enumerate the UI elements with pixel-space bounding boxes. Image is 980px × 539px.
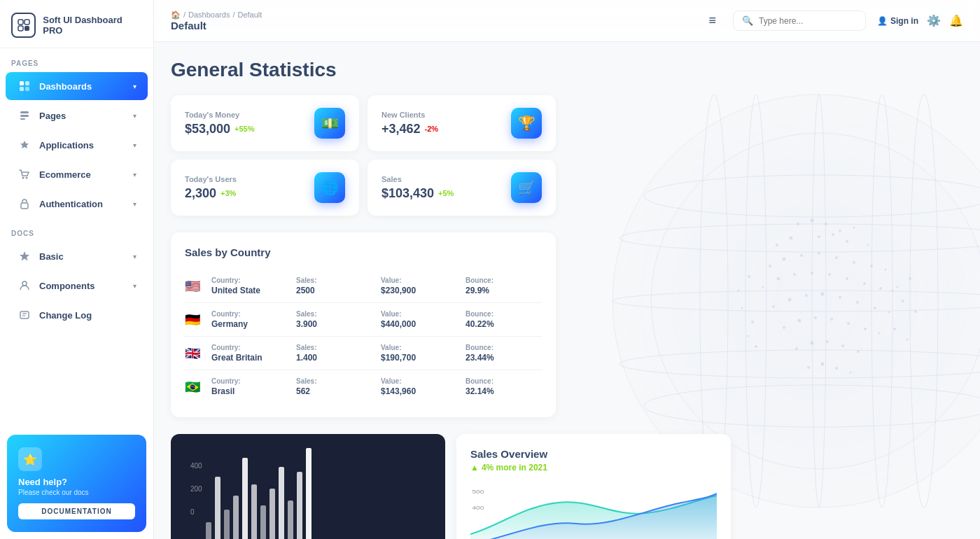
stat-money-value: $53,000 +55% bbox=[185, 122, 255, 136]
sales-col-us: Sales: 2500 bbox=[296, 276, 372, 295]
sidebar-item-applications[interactable]: Applications ▾ bbox=[6, 131, 148, 159]
stat-sales-value: $103,430 +5% bbox=[382, 186, 454, 201]
bar-1 bbox=[206, 522, 211, 539]
flag-us: 🇺🇸 bbox=[185, 280, 203, 293]
svg-rect-15 bbox=[20, 312, 29, 318]
sidebar-item-changelog-label: Change Log bbox=[39, 310, 136, 321]
sidebar-logo: Soft UI Dashboard PRO bbox=[0, 0, 153, 48]
sidebar-item-authentication-label: Authentication bbox=[39, 199, 126, 209]
sidebar-item-basic[interactable]: Basic ▾ bbox=[6, 242, 148, 270]
stat-sales-label: Sales bbox=[382, 175, 454, 183]
sidebar-item-components-chevron: ▾ bbox=[133, 282, 136, 290]
flag-de: 🇩🇪 bbox=[185, 314, 203, 326]
help-star-icon: ⭐ bbox=[18, 447, 42, 471]
bar-5 bbox=[242, 458, 248, 539]
breadcrumb: 🏠 / Dashboards / Default Default bbox=[171, 10, 692, 31]
svg-rect-6 bbox=[20, 87, 24, 91]
stat-money-badge: +55% bbox=[234, 125, 254, 133]
stats-grid: Today's Money $53,000 +55% 💵 New Clients… bbox=[171, 95, 556, 216]
breadcrumb-dashboards[interactable]: Dashboards bbox=[188, 10, 230, 19]
sidebar-item-pages[interactable]: Pages ▾ bbox=[6, 102, 148, 130]
svg-text:400: 400 bbox=[472, 505, 484, 511]
svg-rect-13 bbox=[21, 203, 28, 209]
bounce-col-gb: Bounce: 23.44% bbox=[465, 344, 542, 363]
bar-chart-card: 400 200 0 bbox=[171, 434, 445, 539]
stat-clients-icon: 🏆 bbox=[511, 108, 542, 139]
svg-rect-2 bbox=[18, 26, 23, 31]
sales-country-title: Sales by Country bbox=[185, 246, 542, 258]
sidebar-item-applications-label: Applications bbox=[39, 140, 126, 150]
sales-col-de: Sales: 3.900 bbox=[296, 310, 372, 329]
value-col-de: Value: $440,000 bbox=[381, 310, 457, 329]
signin-button[interactable]: 👤 Sign in bbox=[877, 16, 918, 26]
sidebar-item-authentication-chevron: ▾ bbox=[133, 200, 136, 208]
sidebar-item-applications-chevron: ▾ bbox=[133, 141, 136, 149]
header-actions: 👤 Sign in ⚙️ 🔔 bbox=[877, 14, 963, 27]
bar-2 bbox=[215, 477, 220, 539]
table-row: 🇬🇧 Country: Great Britain Sales: 1.400 V… bbox=[185, 337, 542, 370]
stat-users-label: Today's Users bbox=[185, 175, 237, 183]
home-icon[interactable]: 🏠 bbox=[171, 10, 181, 20]
header: 🏠 / Dashboards / Default Default ≡ 🔍 👤 S… bbox=[154, 0, 980, 42]
country-col-br: Country: Brasil bbox=[211, 377, 288, 396]
stat-clients-info: New Clients +3,462 -2% bbox=[382, 111, 438, 136]
stat-money-label: Today's Money bbox=[185, 111, 255, 119]
stat-clients-label: New Clients bbox=[382, 111, 438, 119]
sales-by-country: Sales by Country 🇺🇸 Country: United Stat… bbox=[171, 232, 556, 417]
flag-gb: 🇬🇧 bbox=[185, 347, 203, 360]
page-current-title: Default bbox=[171, 20, 692, 31]
bar-10 bbox=[288, 500, 293, 539]
sales-overview-card: Sales Overview ▲ 4% more in 2021 bbox=[456, 434, 731, 539]
sidebar-item-components[interactable]: Components ▾ bbox=[6, 272, 148, 300]
table-row: 🇩🇪 Country: Germany Sales: 3.900 Value: … bbox=[185, 303, 542, 337]
breadcrumb-sep1: / bbox=[183, 10, 186, 19]
svg-point-14 bbox=[22, 281, 27, 286]
svg-rect-0 bbox=[18, 20, 23, 24]
svg-rect-10 bbox=[20, 118, 25, 120]
help-title: Need help? bbox=[18, 477, 135, 487]
sidebar-item-components-label: Components bbox=[39, 281, 126, 291]
sidebar-item-changelog[interactable]: Change Log bbox=[6, 301, 148, 329]
svg-rect-8 bbox=[20, 111, 29, 113]
stat-users-info: Today's Users 2,300 +3% bbox=[185, 175, 237, 201]
sales-col-br: Sales: 562 bbox=[296, 377, 372, 396]
changelog-icon bbox=[17, 307, 32, 323]
ecommerce-icon bbox=[17, 167, 32, 182]
sidebar-item-ecommerce-label: Ecommerce bbox=[39, 169, 126, 180]
chart-y-labels: 400 200 0 bbox=[190, 462, 202, 516]
signin-label: Sign in bbox=[890, 16, 918, 26]
value-col-us: Value: $230,900 bbox=[381, 276, 457, 295]
svg-rect-5 bbox=[25, 81, 29, 85]
section-docs-label: DOCS bbox=[0, 218, 153, 241]
user-icon: 👤 bbox=[877, 16, 888, 26]
stat-clients-value: +3,462 -2% bbox=[382, 122, 438, 136]
sidebar-item-authentication[interactable]: Authentication ▾ bbox=[6, 190, 148, 218]
sidebar-item-pages-chevron: ▾ bbox=[133, 112, 136, 120]
svg-rect-4 bbox=[20, 81, 24, 85]
applications-icon bbox=[17, 137, 32, 153]
stat-users-badge: +3% bbox=[220, 189, 236, 197]
svg-rect-9 bbox=[20, 115, 29, 117]
bar-4 bbox=[233, 496, 239, 539]
search-input[interactable] bbox=[759, 16, 857, 26]
notification-icon[interactable]: 🔔 bbox=[949, 14, 963, 27]
bounce-col-br: Bounce: 32.14% bbox=[465, 377, 542, 396]
breadcrumb-page: Default bbox=[237, 10, 262, 19]
sidebar-item-dashboards[interactable]: Dashboards ▾ bbox=[6, 72, 148, 100]
stat-money-icon: 💵 bbox=[314, 108, 345, 139]
settings-icon[interactable]: ⚙️ bbox=[927, 14, 941, 27]
sidebar-item-ecommerce-chevron: ▾ bbox=[133, 171, 136, 178]
hamburger-menu[interactable]: ≡ bbox=[703, 10, 722, 31]
breadcrumb-sep2: / bbox=[232, 10, 234, 19]
stat-users-amount: 2,300 bbox=[185, 186, 216, 201]
svg-rect-3 bbox=[24, 26, 29, 31]
bar-3 bbox=[224, 510, 230, 539]
documentation-button[interactable]: DOCUMENTATION bbox=[18, 503, 135, 519]
app-name: Soft UI Dashboard PRO bbox=[43, 15, 142, 36]
bar-9 bbox=[279, 467, 284, 539]
sidebar-item-ecommerce[interactable]: Ecommerce ▾ bbox=[6, 160, 148, 188]
sidebar-item-basic-label: Basic bbox=[39, 251, 126, 262]
sidebar: Soft UI Dashboard PRO PAGES Dashboards ▾… bbox=[0, 0, 154, 539]
bounce-col-de: Bounce: 40.22% bbox=[465, 310, 542, 329]
country-col-us: Country: United State bbox=[211, 276, 288, 295]
